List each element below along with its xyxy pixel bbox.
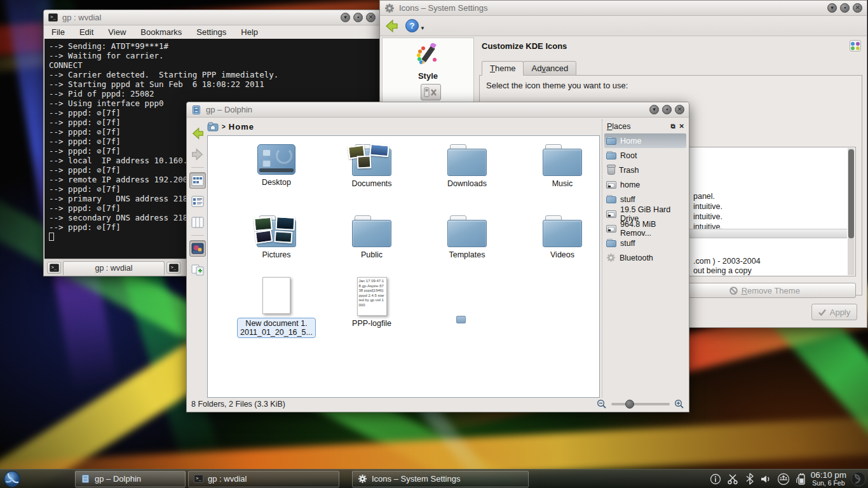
dolphin-statusbar: 8 Folders, 2 Files (3.3 KiB) — [188, 397, 688, 410]
folder-body — [543, 220, 582, 247]
icons-view-button[interactable] — [189, 172, 206, 189]
menu-item[interactable]: File — [51, 27, 65, 37]
terminal-tab[interactable]: gp : wvdial — [63, 261, 165, 275]
menu-item[interactable]: Edit — [79, 27, 93, 37]
remove-theme-button[interactable]: Remove Theme — [674, 283, 857, 298]
file-item-new-document[interactable]: New document 1. 2011_01_20_16_5... — [229, 277, 324, 338]
konsole-titlebar[interactable]: gp : wvdial — [44, 10, 380, 25]
digital-clock[interactable]: 06:10 pm Sun, 6 Feb — [811, 471, 846, 487]
scrollbar-thumb[interactable] — [848, 149, 854, 238]
maximize-button[interactable] — [353, 13, 363, 22]
terminal-line: --> Carrier detected. Starting PPP immed… — [49, 70, 375, 79]
settings-titlebar[interactable]: Icons – System Settings — [380, 1, 867, 16]
theme-list-text: intuitive. — [693, 212, 722, 221]
places-item-bluetooth[interactable]: Bluetooth — [604, 250, 686, 265]
item-label: Public — [361, 250, 383, 259]
menu-item[interactable]: Bookmarks — [140, 27, 182, 37]
clipboard-scissors-icon[interactable] — [727, 473, 740, 485]
folder-item-downloads[interactable]: Downloads — [419, 144, 515, 188]
minimize-button[interactable] — [341, 13, 350, 22]
sidebar-item-label: Style — [418, 71, 438, 81]
minimize-button[interactable] — [649, 105, 659, 114]
places-header: Places ⧉ ✕ — [604, 119, 686, 133]
stray-drag-icon — [456, 316, 466, 323]
details-view-button[interactable] — [189, 193, 206, 210]
task-dolphin[interactable]: gp – Dolphin — [75, 471, 186, 487]
folder-item-templates[interactable]: Templates — [419, 215, 515, 259]
dolphin-side-toolbar — [188, 121, 207, 278]
new-tab-button[interactable] — [47, 262, 61, 274]
tab-list-button[interactable] — [166, 262, 180, 274]
preview-toggle-button[interactable] — [189, 240, 206, 257]
close-button[interactable] — [853, 3, 862, 13]
dolphin-file-view[interactable]: Desktop Documents Downloads Music — [207, 135, 600, 398]
zoom-slider[interactable] — [611, 403, 670, 405]
help-icon: ? — [405, 19, 419, 32]
menu-item[interactable]: Help — [241, 27, 258, 37]
menu-item[interactable]: Settings — [196, 27, 226, 37]
maximize-button[interactable] — [662, 105, 672, 114]
bluetooth-tray-icon[interactable] — [745, 473, 754, 485]
dolphin-titlebar[interactable]: gp – Dolphin — [187, 102, 689, 118]
help-button[interactable]: ? ▼ — [405, 19, 425, 32]
close-panel-icon[interactable]: ✕ — [679, 123, 684, 130]
close-button[interactable] — [675, 105, 684, 114]
folder-item-pictures[interactable]: Pictures — [229, 215, 324, 259]
maximize-button[interactable] — [840, 3, 850, 13]
terminal-cursor — [49, 233, 54, 241]
back-button[interactable] — [189, 125, 206, 142]
folder-item-videos[interactable]: Videos — [515, 215, 610, 259]
folder-item-music[interactable]: Music — [515, 144, 610, 188]
panel-cashew-icon[interactable] — [850, 471, 867, 487]
folder-icon — [606, 151, 616, 159]
zoom-slider-handle[interactable] — [625, 400, 634, 409]
folder-item-public[interactable]: Public — [324, 215, 419, 259]
task-system-settings[interactable]: Icons – System Settings — [352, 471, 529, 487]
places-item-root[interactable]: Root — [604, 148, 686, 163]
places-item-stuff2[interactable]: stuff — [604, 236, 686, 250]
split-view-button[interactable] — [189, 261, 206, 278]
float-panel-icon[interactable]: ⧉ — [670, 123, 675, 130]
file-manager-icon — [191, 105, 201, 115]
item-label: Videos — [550, 250, 574, 259]
file-item-ppp-logfile[interactable]: Jan 17 09:47:18 gp-Aspire-5738 pppd[1946… — [324, 277, 419, 328]
tab-advanced[interactable]: Advanced — [523, 61, 576, 76]
zoom-in-icon[interactable] — [674, 399, 684, 409]
list-scrollbar[interactable] — [848, 148, 855, 275]
dot-icon — [856, 46, 860, 50]
back-arrow-icon[interactable] — [384, 18, 399, 34]
close-button[interactable] — [366, 13, 376, 22]
photo-thumbnail — [255, 229, 273, 243]
theme-description-text: .com ) - 2003-2004 — [693, 257, 761, 266]
terminal-line: --> Sending: ATDT*99***1# — [49, 41, 375, 51]
places-item-trash[interactable]: Trash — [604, 163, 686, 177]
battery-tray-icon[interactable] — [796, 473, 807, 485]
forward-button[interactable] — [189, 146, 206, 163]
terminal-icon — [194, 475, 203, 483]
info-tray-icon[interactable] — [710, 473, 721, 485]
folder-icon — [606, 239, 616, 247]
workspace-tools-icon[interactable] — [421, 84, 441, 100]
usb-device-tray-icon[interactable] — [777, 473, 790, 485]
document-icon — [262, 277, 290, 314]
task-wvdial[interactable]: gp : wvdial — [188, 471, 339, 487]
columns-view-button[interactable] — [189, 214, 206, 231]
sidebar-item-style[interactable]: Style — [383, 38, 473, 81]
window-title: gp – Dolphin — [206, 105, 252, 114]
volume-tray-icon[interactable] — [760, 474, 771, 484]
breadcrumb[interactable]: > Home — [207, 119, 254, 134]
tab-theme[interactable]: Theme — [482, 61, 524, 76]
apply-button[interactable]: Apply — [811, 304, 857, 320]
zoom-out-icon[interactable] — [597, 399, 607, 409]
folder-item-desktop[interactable]: Desktop — [229, 144, 324, 187]
settings-toolbar: ? ▼ — [380, 16, 867, 36]
app-launcher-icon[interactable] — [3, 470, 22, 488]
menu-item[interactable]: View — [108, 27, 126, 37]
places-item-home-partition[interactable]: home — [604, 177, 686, 192]
select-theme-label: Select the icon theme you want to use: — [486, 81, 628, 90]
minimize-button[interactable] — [827, 3, 837, 13]
gear-icon — [358, 474, 367, 484]
folder-item-documents[interactable]: Documents — [324, 144, 419, 188]
places-item-home[interactable]: Home — [604, 133, 686, 148]
places-item-removable[interactable]: 964.8 MiB Remov... — [604, 221, 686, 236]
